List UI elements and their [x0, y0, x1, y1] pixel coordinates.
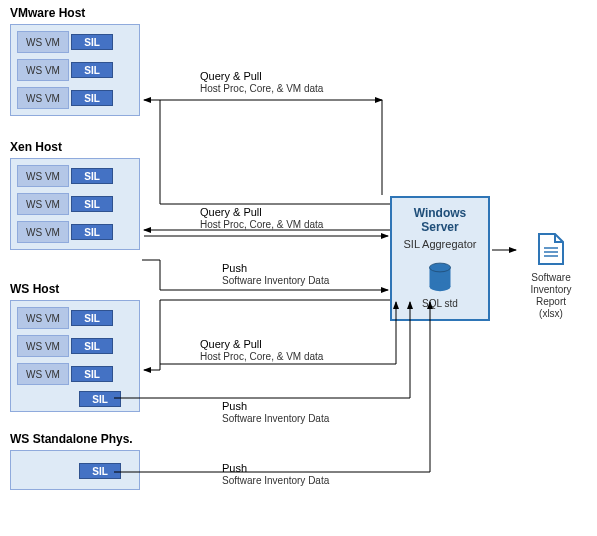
flow-title: Push — [222, 262, 329, 275]
flow-title: Query & Pull — [200, 338, 323, 351]
sil-badge: SIL — [71, 338, 113, 354]
flow-sub: Host Proc, Core, & VM data — [200, 219, 323, 231]
flow-sub: Host Proc, Core, & VM data — [200, 351, 323, 363]
sil-badge: SIL — [71, 168, 113, 184]
flow-label-push-standalone: Push Software Inventory Data — [222, 462, 329, 487]
diagram-canvas: VMware Host WS VM SIL WS VM SIL WS VM SI… — [0, 0, 597, 536]
flow-title: Push — [222, 400, 329, 413]
flow-sub: Software Inventory Data — [222, 413, 329, 425]
vm-box: WS VM — [17, 193, 69, 215]
flow-sub: Host Proc, Core, & VM data — [200, 83, 323, 95]
vm-box: WS VM — [17, 87, 69, 109]
document-icon — [537, 232, 565, 266]
flow-label-ws: Query & Pull Host Proc, Core, & VM data — [200, 338, 323, 363]
vm-row: WS VM SIL — [17, 363, 133, 385]
svg-point-2 — [430, 282, 451, 291]
vm-box: WS VM — [17, 165, 69, 187]
sql-std-label: SQL std — [402, 298, 478, 309]
xen-host: WS VM SIL WS VM SIL WS VM SIL — [10, 158, 140, 250]
vm-box: WS VM — [17, 59, 69, 81]
flow-label-vmware: Query & Pull Host Proc, Core, & VM data — [200, 70, 323, 95]
vmware-host-title: VMware Host — [10, 6, 85, 20]
vm-row: WS VM SIL — [17, 193, 133, 215]
sil-badge: SIL — [71, 366, 113, 382]
vm-row: WS VM SIL — [17, 335, 133, 357]
vm-box: WS VM — [17, 363, 69, 385]
flow-title: Query & Pull — [200, 206, 323, 219]
vm-row: WS VM SIL — [17, 59, 133, 81]
vm-box: WS VM — [17, 31, 69, 53]
sil-badge: SIL — [71, 90, 113, 106]
ws-host-title: WS Host — [10, 282, 59, 296]
ws-standalone-host: SIL — [10, 450, 140, 490]
sil-aggregator-label: SIL Aggregator — [402, 238, 478, 250]
sil-badge: SIL — [71, 196, 113, 212]
report-label-3: (xlsx) — [516, 308, 586, 320]
xen-host-title: Xen Host — [10, 140, 62, 154]
vm-row: WS VM SIL — [17, 307, 133, 329]
report-label-2: Inventory Report — [516, 284, 586, 308]
vm-row: WS VM SIL — [17, 221, 133, 243]
vm-row: WS VM SIL — [17, 87, 133, 109]
sil-badge: SIL — [71, 34, 113, 50]
flow-label-push-wshost: Push Software Inventory Data — [222, 400, 329, 425]
sil-badge: SIL — [71, 310, 113, 326]
vm-box: WS VM — [17, 307, 69, 329]
flow-sub: Software Inventory Data — [222, 475, 329, 487]
ws-host: WS VM SIL WS VM SIL WS VM SIL SIL — [10, 300, 140, 412]
vm-row: WS VM SIL — [17, 165, 133, 187]
windows-server-box: Windows Server SIL Aggregator SQL std — [390, 196, 490, 321]
vmware-host: WS VM SIL WS VM SIL WS VM SIL — [10, 24, 140, 116]
database-icon — [426, 262, 454, 294]
flow-label-xen: Query & Pull Host Proc, Core, & VM data — [200, 206, 323, 231]
windows-server-title: Windows Server — [402, 206, 478, 234]
vm-row: WS VM SIL — [17, 31, 133, 53]
standalone-sil-badge: SIL — [79, 463, 121, 479]
flow-sub: Software Inventory Data — [222, 275, 329, 287]
ws-host-sil-badge: SIL — [79, 391, 121, 407]
report-output: Software Inventory Report (xlsx) — [516, 232, 586, 320]
flow-title: Push — [222, 462, 329, 475]
vm-box: WS VM — [17, 221, 69, 243]
flow-label-push-xen: Push Software Inventory Data — [222, 262, 329, 287]
sil-badge: SIL — [71, 224, 113, 240]
ws-standalone-title: WS Standalone Phys. — [10, 432, 133, 446]
report-label-1: Software — [516, 272, 586, 284]
flow-title: Query & Pull — [200, 70, 323, 83]
vm-box: WS VM — [17, 335, 69, 357]
sil-badge: SIL — [71, 62, 113, 78]
